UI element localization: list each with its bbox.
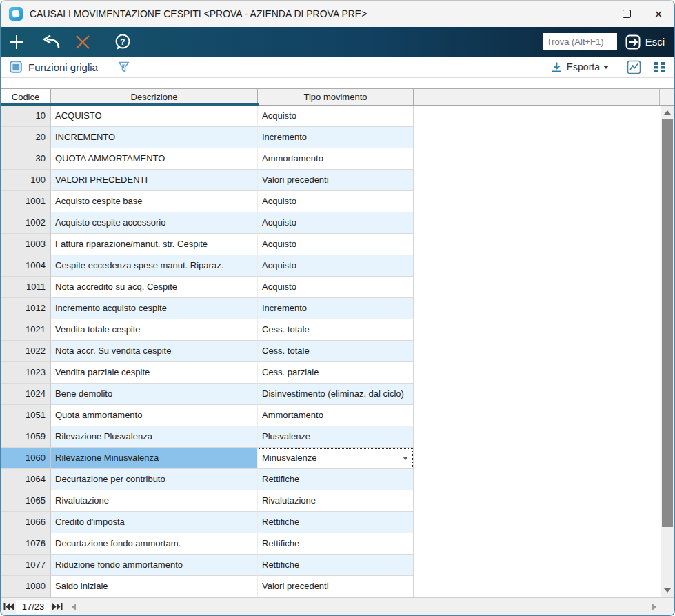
cell-type[interactable]: Rivalutazione: [258, 490, 414, 512]
cell-type[interactable]: Ammortamento: [258, 148, 414, 170]
table-row[interactable]: 1051 Quota ammortamento Ammortamento: [1, 405, 661, 426]
help-button[interactable]: ?: [113, 32, 132, 52]
cell-desc[interactable]: INCREMENTO: [51, 127, 258, 148]
cell-type[interactable]: Acquisto: [258, 212, 414, 234]
cell-desc[interactable]: Rivalutazione: [51, 490, 258, 512]
find-input[interactable]: [543, 33, 617, 50]
table-row[interactable]: 30 QUOTA AMMORTAMENTO Ammortamento: [1, 148, 661, 170]
column-header-codice[interactable]: Codice: [1, 89, 51, 105]
cell-type[interactable]: Rettifiche: [258, 512, 414, 533]
delete-button[interactable]: [74, 33, 92, 51]
cell-type[interactable]: Valori precedenti: [258, 170, 414, 191]
cell-type[interactable]: Incremento: [258, 298, 414, 319]
table-row[interactable]: 1064 Decurtazione per contributo Rettifi…: [1, 469, 661, 490]
cell-code[interactable]: 20: [1, 127, 51, 148]
cell-desc[interactable]: Quota ammortamento: [51, 405, 258, 426]
grid-functions-icon[interactable]: [10, 61, 22, 73]
minimize-button[interactable]: [579, 1, 611, 27]
cell-code[interactable]: 1011: [1, 277, 51, 298]
cell-type[interactable]: Acquisto: [258, 106, 414, 127]
column-header-descrizione[interactable]: Descrizione: [51, 89, 258, 105]
vertical-scrollbar-thumb[interactable]: [662, 119, 673, 527]
grid-view-icon[interactable]: [654, 61, 665, 73]
cell-desc[interactable]: VALORI PRECEDENTI: [51, 170, 258, 191]
cell-code[interactable]: 1021: [1, 319, 51, 341]
cell-code[interactable]: 1023: [1, 362, 51, 384]
cell-desc[interactable]: Decurtazione per contributo: [51, 469, 258, 490]
cell-code[interactable]: 30: [1, 148, 51, 170]
cell-code[interactable]: 1002: [1, 212, 51, 234]
cell-code[interactable]: 1022: [1, 341, 51, 362]
close-button[interactable]: ✕: [643, 1, 674, 27]
table-row[interactable]: 1022 Nota accr. Su vendita cespite Cess.…: [1, 341, 661, 362]
cell-code[interactable]: 1059: [1, 426, 51, 448]
cell-code[interactable]: 10: [1, 106, 51, 127]
cell-code[interactable]: 1077: [1, 555, 51, 576]
cell-type[interactable]: Disinvestimento (eliminaz. dal ciclo): [258, 384, 414, 405]
filter-funnel-icon[interactable]: [117, 61, 130, 74]
export-button[interactable]: Esporta: [551, 61, 609, 73]
cell-desc[interactable]: Acquisto cespite accessorio: [51, 212, 258, 234]
cell-desc[interactable]: Credito d'imposta: [51, 512, 258, 533]
cell-code[interactable]: 1001: [1, 191, 51, 212]
cell-code[interactable]: 1004: [1, 255, 51, 277]
grid-functions-label[interactable]: Funzioni griglia: [28, 61, 98, 73]
cell-code[interactable]: 100: [1, 170, 51, 191]
table-row[interactable]: 1001 Acquisto cespite base Acquisto: [1, 191, 661, 212]
table-row[interactable]: 1024 Bene demolito Disinvestimento (elim…: [1, 384, 661, 405]
cell-desc[interactable]: Rilevazione Plusvalenza: [51, 426, 258, 448]
scroll-left-arrow-icon[interactable]: [72, 604, 76, 610]
cell-type[interactable]: Incremento: [258, 127, 414, 148]
cell-code[interactable]: 1064: [1, 469, 51, 490]
cell-type[interactable]: Ammortamento: [258, 405, 414, 426]
cell-desc[interactable]: Incremento acquisto cespite: [51, 298, 258, 319]
table-row[interactable]: 10 ACQUISTO Acquisto: [1, 106, 661, 127]
first-record-button[interactable]: [3, 603, 14, 610]
vertical-scrollbar[interactable]: [661, 106, 674, 597]
cell-desc[interactable]: Bene demolito: [51, 384, 258, 405]
line-chart-icon[interactable]: [627, 60, 641, 74]
cell-desc[interactable]: Nota accr. Su vendita cespite: [51, 341, 258, 362]
cell-desc[interactable]: Acquisto cespite base: [51, 191, 258, 212]
cell-type[interactable]: Minusvalenze: [258, 448, 414, 469]
cell-desc[interactable]: Vendita parziale cespite: [51, 362, 258, 384]
maximize-button[interactable]: [611, 1, 643, 27]
cell-type[interactable]: Rettifiche: [258, 555, 414, 576]
table-row[interactable]: 20 INCREMENTO Incremento: [1, 127, 661, 148]
table-row[interactable]: 1012 Incremento acquisto cespite Increme…: [1, 298, 661, 319]
cell-type[interactable]: Acquisto: [258, 191, 414, 212]
scroll-up-arrow-icon[interactable]: [664, 110, 671, 115]
last-record-button[interactable]: [52, 603, 63, 610]
table-row[interactable]: 1004 Cespite eccedenza spese manut. Ripa…: [1, 255, 661, 277]
scroll-down-arrow-icon[interactable]: [664, 588, 671, 593]
cell-desc[interactable]: Cespite eccedenza spese manut. Riparaz.: [51, 255, 258, 277]
cell-type[interactable]: Acquisto: [258, 234, 414, 255]
cell-type[interactable]: Plusvalenze: [258, 426, 414, 448]
column-header-tipo-movimento[interactable]: Tipo movimento: [258, 89, 414, 105]
table-row[interactable]: 1065 Rivalutazione Rivalutazione: [1, 490, 661, 512]
cell-code[interactable]: 1076: [1, 533, 51, 555]
cell-type[interactable]: Cess. totale: [258, 319, 414, 341]
table-row[interactable]: 1021 Vendita totale cespite Cess. totale: [1, 319, 661, 341]
table-row[interactable]: 1023 Vendita parziale cespite Cess. parz…: [1, 362, 661, 384]
cell-code[interactable]: 1012: [1, 298, 51, 319]
cell-desc[interactable]: Rilevazione Minusvalenza: [51, 448, 258, 469]
cell-code[interactable]: 1060: [1, 448, 51, 469]
scroll-right-arrow-icon[interactable]: [652, 604, 656, 610]
cell-desc[interactable]: Saldo iniziale: [51, 576, 258, 597]
cell-code[interactable]: 1003: [1, 234, 51, 255]
table-row[interactable]: 1076 Decurtazione fondo ammortam. Rettif…: [1, 533, 661, 555]
cell-type[interactable]: Cess. parziale: [258, 362, 414, 384]
cell-type[interactable]: Cess. totale: [258, 341, 414, 362]
table-row[interactable]: 1077 Riduzione fondo ammortamento Rettif…: [1, 555, 661, 576]
dropdown-caret-icon[interactable]: [403, 457, 408, 460]
cell-code[interactable]: 1051: [1, 405, 51, 426]
cell-desc[interactable]: Riduzione fondo ammortamento: [51, 555, 258, 576]
add-record-button[interactable]: [8, 33, 26, 51]
cell-desc[interactable]: Decurtazione fondo ammortam.: [51, 533, 258, 555]
cell-type[interactable]: Acquisto: [258, 255, 414, 277]
table-row[interactable]: 100 VALORI PRECEDENTI Valori precedenti: [1, 170, 661, 191]
cell-type[interactable]: Acquisto: [258, 277, 414, 298]
table-row[interactable]: 1011 Nota accredito su acq. Cespite Acqu…: [1, 277, 661, 298]
cell-desc[interactable]: Vendita totale cespite: [51, 319, 258, 341]
